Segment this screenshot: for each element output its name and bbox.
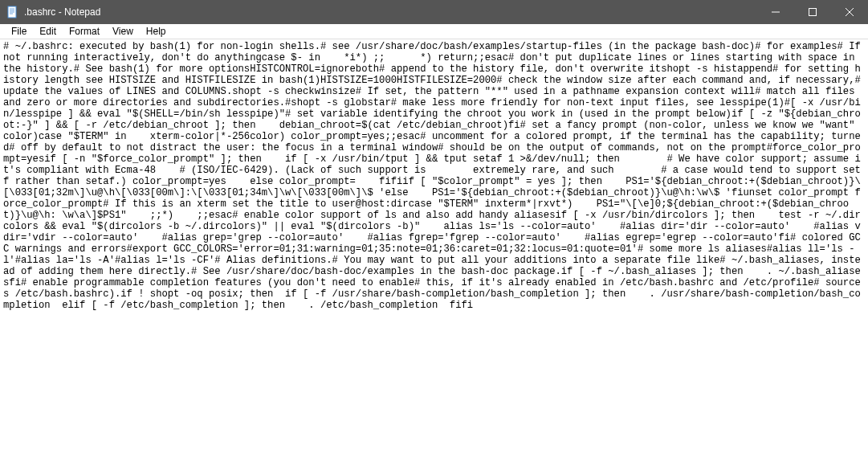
close-button[interactable] xyxy=(831,0,868,24)
text-content[interactable]: # ~/.bashrc: executed by bash(1) for non… xyxy=(0,39,868,462)
svg-rect-6 xyxy=(809,9,817,16)
titlebar: .bashrc - Notepad xyxy=(0,0,868,24)
maximize-button[interactable] xyxy=(794,0,831,24)
menu-view[interactable]: View xyxy=(106,26,140,37)
window-controls xyxy=(757,0,868,24)
window-title: .bashrc - Notepad xyxy=(24,6,757,18)
menu-edit[interactable]: Edit xyxy=(33,26,63,37)
menu-format[interactable]: Format xyxy=(63,26,106,37)
menubar: File Edit Format View Help xyxy=(0,24,868,39)
menu-help[interactable]: Help xyxy=(140,26,173,37)
menu-file[interactable]: File xyxy=(5,26,33,37)
notepad-icon xyxy=(6,6,19,18)
minimize-button[interactable] xyxy=(757,0,794,24)
